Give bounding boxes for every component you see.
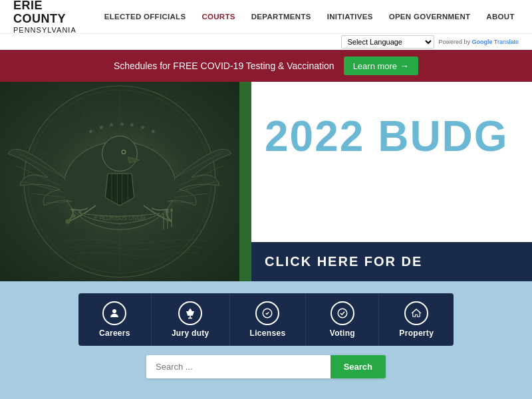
svg-text:★: ★ [108, 121, 114, 128]
svg-point-29 [71, 214, 75, 218]
nav-open-government[interactable]: OPEN GOVERNMENT [381, 13, 479, 21]
svg-text:★: ★ [98, 124, 104, 131]
search-section: Search [0, 355, 532, 392]
quick-link-jury-duty[interactable]: Jury duty [152, 293, 230, 346]
svg-point-52 [338, 309, 347, 318]
translate-bar: Select Language Powered by Google Transl… [0, 33, 532, 50]
svg-text:★: ★ [88, 128, 94, 135]
covid-banner: Schedules for FREE COVID-19 Testing & Va… [0, 50, 532, 82]
logo-sub-text: PENNSYLVANIA [13, 26, 76, 34]
search-button[interactable]: Search [331, 355, 386, 378]
hero-cta-text[interactable]: CLICK HERE FOR DE [251, 242, 532, 281]
arrow-icon: → [400, 61, 409, 71]
licenses-label: Licenses [250, 329, 286, 338]
svg-text:★: ★ [119, 120, 125, 128]
svg-text:★: ★ [129, 121, 135, 128]
hero-right-panel: 2022 BUDG CLICK HERE FOR DE [251, 82, 532, 281]
translate-link[interactable]: Translate [494, 39, 519, 45]
svg-point-48 [112, 309, 116, 313]
quick-link-property[interactable]: Property [379, 293, 454, 346]
nav-about[interactable]: ABOUT [478, 13, 522, 21]
search-container: Search [146, 355, 386, 378]
eagle-seal-graphic: E PLURIBUS UNUM ★ ★ ★ ★ ★ ★ ★ [0, 82, 239, 281]
svg-point-21 [102, 136, 138, 172]
learn-more-button[interactable]: Learn more → [344, 57, 418, 75]
quick-link-careers[interactable]: Careers [78, 293, 152, 346]
budget-title: 2022 BUDG [265, 115, 519, 158]
quick-links-container: Careers Jury duty Licenses [78, 293, 454, 346]
logo-main-text: ERIE COUNTY [13, 0, 76, 26]
property-icon [404, 301, 428, 325]
hero-image-left: E PLURIBUS UNUM ★ ★ ★ ★ ★ ★ ★ [0, 82, 239, 281]
svg-text:★: ★ [150, 128, 156, 135]
nav-departments[interactable]: DEPARTMENTS [243, 13, 319, 21]
language-select[interactable]: Select Language [341, 35, 434, 49]
svg-text:E PLURIBUS UNUM: E PLURIBUS UNUM [94, 215, 145, 221]
property-label: Property [399, 329, 434, 338]
quick-links-section: Careers Jury duty Licenses [0, 281, 532, 355]
covid-banner-text: Schedules for FREE COVID-19 Testing & Va… [114, 61, 334, 71]
powered-by-text: Powered by Google Translate [438, 39, 519, 45]
svg-text:★: ★ [140, 124, 146, 131]
hero-divider [239, 82, 251, 281]
hero-section: E PLURIBUS UNUM ★ ★ ★ ★ ★ ★ ★ [0, 82, 532, 281]
svg-point-30 [78, 210, 82, 213]
careers-label: Careers [99, 329, 130, 338]
nav-initiatives[interactable]: INITIATIVES [319, 13, 381, 21]
search-input[interactable] [146, 355, 331, 378]
jury-duty-icon [178, 301, 202, 325]
jury-duty-label: Jury duty [172, 329, 209, 338]
svg-line-11 [20, 154, 64, 178]
voting-label: Voting [330, 329, 355, 338]
svg-line-16 [176, 154, 219, 178]
nav-courts[interactable]: COURTS [194, 13, 243, 21]
svg-point-28 [65, 219, 70, 223]
site-logo[interactable]: ERIE COUNTY PENNSYLVANIA [13, 0, 76, 34]
quick-link-voting[interactable]: Voting [306, 293, 379, 346]
header: ERIE COUNTY PENNSYLVANIA ELECTED OFFICIA… [0, 0, 532, 33]
nav-elected-officials[interactable]: ELECTED OFFICIALS [96, 13, 194, 21]
licenses-icon [255, 301, 279, 325]
voting-icon [331, 301, 354, 325]
careers-icon [102, 301, 126, 325]
main-nav: ELECTED OFFICIALS COURTS DEPARTMENTS INI… [96, 13, 523, 21]
quick-link-licenses[interactable]: Licenses [230, 293, 307, 346]
svg-point-23 [122, 151, 125, 154]
